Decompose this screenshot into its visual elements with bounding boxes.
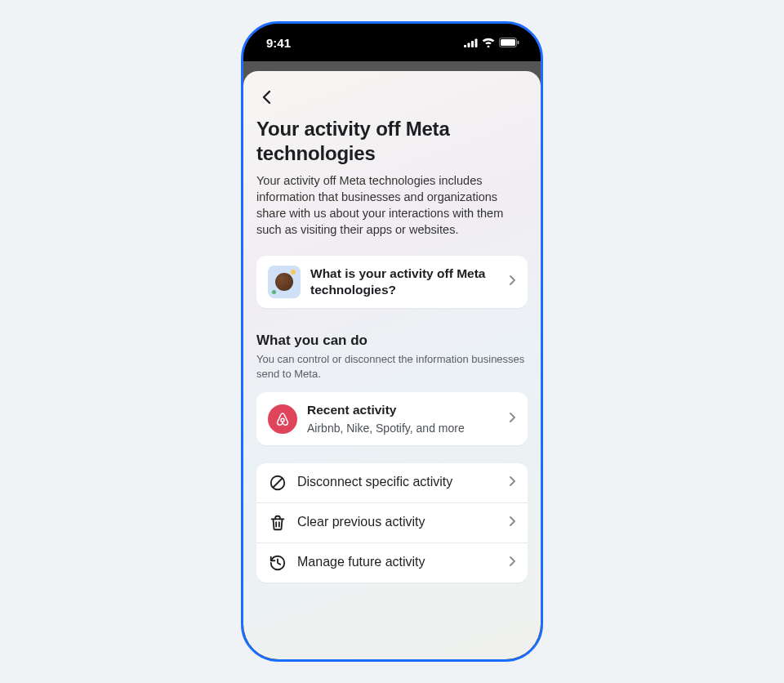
recent-activity-sub: Airbnb, Nike, Spotify, and more (307, 421, 499, 435)
manage-future-row[interactable]: Manage future activity (256, 542, 528, 583)
svg-rect-5 (501, 39, 515, 46)
chevron-right-icon (509, 516, 516, 530)
cellular-icon (464, 36, 478, 50)
wifi-icon (482, 36, 495, 50)
learn-more-card: What is your activity off Meta technolog… (256, 256, 528, 308)
page-title: Your activity off Meta technologies (256, 117, 528, 166)
chevron-right-icon (509, 412, 516, 426)
chevron-right-icon (509, 275, 516, 289)
battery-icon (499, 36, 519, 50)
learn-more-title: What is your activity off Meta technolog… (310, 266, 499, 298)
recent-activity-card: Recent activity Airbnb, Nike, Spotify, a… (256, 392, 528, 444)
status-bar: 9:41 (243, 24, 541, 61)
settings-sheet: Your activity off Meta technologies Your… (243, 71, 541, 659)
status-right (464, 36, 519, 50)
recent-activity-title: Recent activity (307, 402, 499, 418)
chevron-right-icon (509, 475, 516, 490)
status-time: 9:41 (266, 36, 291, 50)
clear-previous-row[interactable]: Clear previous activity (256, 502, 528, 542)
svg-rect-2 (471, 41, 474, 47)
recent-activity-row[interactable]: Recent activity Airbnb, Nike, Spotify, a… (256, 392, 528, 444)
svg-point-7 (281, 418, 284, 422)
page-description: Your activity off Meta technologies incl… (256, 172, 528, 238)
actions-card: Disconnect specific activity Clear previ… (256, 463, 528, 583)
disconnect-specific-row[interactable]: Disconnect specific activity (256, 463, 528, 502)
what-you-can-do-header: What you can do You can control or disco… (256, 333, 528, 381)
phone-frame: 9:41 Your activity off Meta technologies… (241, 21, 543, 662)
learn-more-row[interactable]: What is your activity off Meta technolog… (256, 256, 528, 308)
clear-label: Clear previous activity (297, 514, 499, 531)
section-heading: What you can do (256, 333, 528, 349)
block-icon (268, 473, 287, 493)
chevron-right-icon (509, 556, 516, 570)
activity-illustration-icon (268, 266, 301, 298)
disconnect-label: Disconnect specific activity (297, 474, 499, 491)
trash-icon (268, 513, 287, 533)
svg-rect-6 (518, 40, 519, 44)
manage-label: Manage future activity (297, 554, 499, 571)
svg-rect-3 (475, 38, 478, 47)
history-icon (268, 553, 287, 573)
back-button[interactable] (256, 87, 276, 107)
chevron-left-icon (261, 90, 271, 105)
svg-rect-0 (464, 45, 466, 47)
svg-rect-1 (468, 42, 470, 47)
airbnb-icon (268, 404, 297, 434)
section-subheading: You can control or disconnect the inform… (256, 352, 528, 381)
svg-line-9 (274, 478, 283, 487)
